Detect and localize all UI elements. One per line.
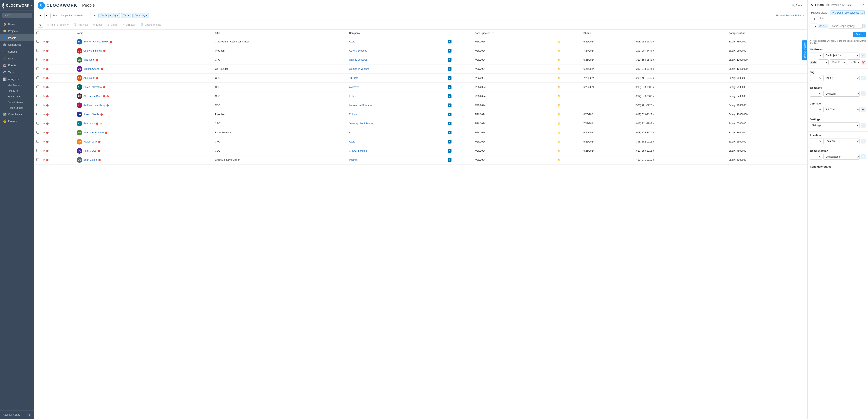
row-company[interactable]: TruSight xyxy=(349,76,358,79)
linkedin-icon[interactable]: in xyxy=(448,40,452,43)
person-name[interactable]: Peter Corco xyxy=(84,149,96,152)
person-name[interactable]: Abel Slark xyxy=(84,76,95,79)
folder-icon[interactable]: 📁 xyxy=(557,104,561,107)
person-name[interactable]: Alessandra Ders xyxy=(84,95,101,98)
compensation-condition-select[interactable] xyxy=(810,154,822,160)
sidebar-item-events[interactable]: 📅 Events xyxy=(0,62,34,69)
close-panel-icon[interactable]: ✕ xyxy=(862,3,865,7)
person-name[interactable]: Sarah LeStefano xyxy=(84,86,102,89)
row-flag-icon[interactable]: ⚑ xyxy=(43,113,45,116)
search-condition-select[interactable] xyxy=(810,23,817,29)
job-title-condition-select[interactable] xyxy=(810,107,822,112)
row-flag-icon[interactable]: ⚑ xyxy=(43,86,45,88)
tag-value-select[interactable]: Tag (5) xyxy=(823,75,860,81)
col-date-updated[interactable]: Date Updated ▼ xyxy=(473,30,555,37)
row-checkbox[interactable] xyxy=(36,131,39,134)
topbar-search[interactable]: 🔍 Search xyxy=(792,4,804,7)
ceos-life-sciences-view[interactable]: 🏳 CEOs In Life Sciences (... xyxy=(830,10,865,15)
add-note-button[interactable]: 📝 Add Note xyxy=(72,23,90,27)
row-tag-icon[interactable]: 🔴 xyxy=(46,86,49,88)
settings-button[interactable]: ⚙ xyxy=(38,22,43,28)
tag-filter[interactable]: Tag ▾ xyxy=(121,13,131,18)
add-location-button[interactable]: + xyxy=(861,139,866,143)
remove-rank-button[interactable]: 🗑 xyxy=(862,60,866,65)
row-flag-icon[interactable]: ⚑ xyxy=(43,50,45,52)
row-flag-icon[interactable]: ⚑ xyxy=(43,77,45,79)
merge-button[interactable]: ⊕ Merge xyxy=(105,23,120,27)
linkedin-icon[interactable]: in xyxy=(448,67,452,71)
sidebar-search-input[interactable] xyxy=(2,13,32,18)
row-flag-icon[interactable]: ⚑ xyxy=(43,95,45,97)
location-condition-select[interactable] xyxy=(810,138,822,144)
folder-icon[interactable]: 📁 xyxy=(557,49,561,52)
row-company[interactable]: Abhe & Svoboda xyxy=(349,49,367,52)
row-checkbox[interactable] xyxy=(36,67,39,70)
select-all-checkbox[interactable] xyxy=(36,32,39,34)
row-checkbox[interactable] xyxy=(36,140,39,143)
row-company[interactable]: Jonesby Life Sciences xyxy=(349,122,373,125)
row-checkbox[interactable] xyxy=(36,58,39,61)
sidebar-sub-report-builder[interactable]: Report Builder xyxy=(0,105,34,111)
job-title-value-select[interactable]: Job Title xyxy=(823,107,860,112)
row-company[interactable]: Abila xyxy=(349,131,354,134)
add-to-project-button[interactable]: 📋 Add To Project ▾ xyxy=(44,23,70,27)
col-name[interactable]: Name xyxy=(74,30,213,37)
person-name[interactable]: Sherwin Kimble, SPHR xyxy=(84,40,108,43)
col-company[interactable]: Company xyxy=(347,30,446,37)
view-dropdown-button[interactable]: ▾ xyxy=(44,13,49,18)
row-checkbox[interactable] xyxy=(36,113,39,116)
folder-icon[interactable]: 📁 xyxy=(557,122,561,125)
person-name[interactable]: Victoria Cheng xyxy=(84,67,99,70)
company-value-select[interactable]: Company xyxy=(823,91,860,97)
person-name[interactable]: Bert Leary xyxy=(84,122,95,125)
add-compensation-button[interactable]: + xyxy=(861,154,866,159)
folder-icon[interactable]: 📁 xyxy=(557,58,561,61)
rank-from-select[interactable]: Rank From xyxy=(830,59,846,65)
sidebar-sub-firm-kpis[interactable]: Firm KPIs xyxy=(0,88,34,94)
linkedin-icon[interactable]: in xyxy=(448,85,452,89)
settings-value-select[interactable]: Settings xyxy=(810,123,860,128)
sidebar-sub-report-viewer[interactable]: Report Viewer xyxy=(0,99,34,105)
add-job-title-button[interactable]: + xyxy=(861,107,866,112)
sidebar-chevron-icon[interactable]: ▾ xyxy=(31,4,33,7)
row-checkbox[interactable] xyxy=(36,49,39,52)
linkedin-icon[interactable]: in xyxy=(448,58,452,62)
col-compensation[interactable]: Compensation xyxy=(726,30,807,37)
row-checkbox[interactable] xyxy=(36,86,39,88)
row-checkbox[interactable] xyxy=(36,104,39,106)
row-tag-icon[interactable]: 🔴 xyxy=(46,59,49,61)
sidebar-item-tags[interactable]: 🏷 Tags xyxy=(0,69,34,75)
sidebar-item-home[interactable]: 🏠 Home xyxy=(0,21,34,28)
add-settings-button[interactable]: + xyxy=(861,123,866,128)
linkedin-icon[interactable]: in xyxy=(448,112,452,116)
linkedin-icon[interactable]: in xyxy=(448,149,452,153)
row-flag-icon[interactable]: ⚑ xyxy=(43,59,45,61)
sidebar-item-finance[interactable]: 💰 Finance xyxy=(0,118,34,125)
folder-icon[interactable]: 📁 xyxy=(557,113,561,116)
person-name[interactable]: Kathleen Landsbury xyxy=(84,104,105,107)
folder-icon[interactable]: 📁 xyxy=(557,140,561,143)
folder-icon[interactable]: 📁 xyxy=(557,86,561,89)
row-flag-icon[interactable]: ⚑ xyxy=(43,40,45,43)
row-flag-icon[interactable]: ⚑ xyxy=(43,140,45,143)
row-flag-icon[interactable]: ⚑ xyxy=(43,68,45,70)
row-tag-icon[interactable]: 🔴 xyxy=(46,159,49,161)
row-company[interactable]: Aceto xyxy=(349,140,355,143)
linkedin-icon[interactable]: in xyxy=(448,76,452,80)
row-checkbox[interactable] xyxy=(36,76,39,79)
sidebar-item-people[interactable]: 👤 People xyxy=(0,34,34,41)
add-on-project-button[interactable]: + xyxy=(861,53,866,58)
on-project-condition-select[interactable] xyxy=(810,53,822,58)
folder-icon[interactable]: 📁 xyxy=(557,131,561,134)
boolean-rules-link[interactable]: Show All Boolean Rules ↗ xyxy=(776,13,804,18)
location-value-select[interactable]: Location xyxy=(823,138,860,144)
row-company[interactable]: EdTech xyxy=(349,95,357,98)
row-flag-icon[interactable]: ⚑ xyxy=(43,150,45,152)
col-title[interactable]: Title xyxy=(213,30,347,37)
and-condition-select[interactable] xyxy=(818,59,829,65)
row-company[interactable]: Lumina Life Sciences xyxy=(349,104,372,107)
search-people-tab[interactable]: Search People xyxy=(802,40,807,60)
row-flag-icon[interactable]: ⚑ xyxy=(43,122,45,125)
email-button[interactable]: ✉ Email xyxy=(91,23,104,27)
row-tag-icon[interactable]: 🔴 xyxy=(46,41,49,43)
